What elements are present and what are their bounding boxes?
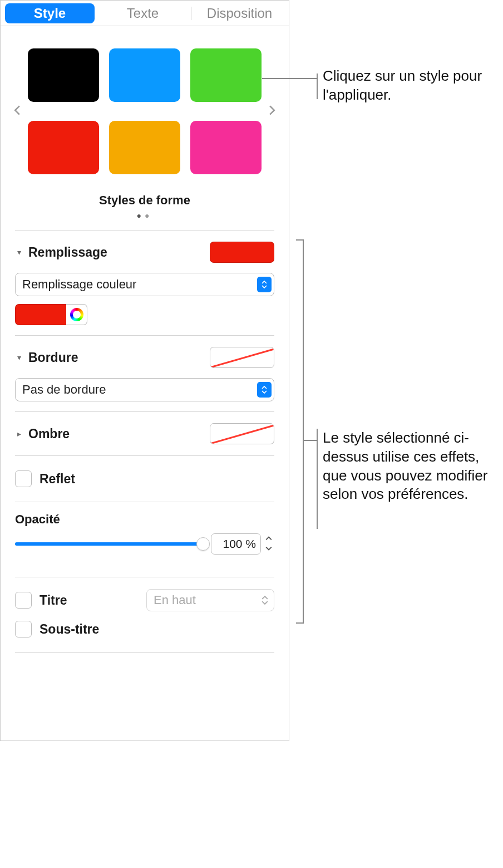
page-indicator: ●● <box>11 211 279 220</box>
tab-text[interactable]: Texte <box>98 3 188 23</box>
fill-color-swatch[interactable] <box>15 304 66 325</box>
fill-type-value: Remplissage couleur <box>22 277 136 292</box>
divider <box>15 455 274 456</box>
popup-arrows-icon <box>262 595 272 605</box>
opacity-field[interactable]: 100 % <box>211 533 261 555</box>
shape-style-swatch[interactable] <box>109 48 180 102</box>
tab-divider <box>191 7 191 20</box>
callout-leader-line <box>262 78 318 79</box>
callout-text: Le style sélectionné ci-dessus utilise c… <box>323 429 495 504</box>
shadow-label: Ombre <box>28 426 70 442</box>
shape-style-swatch[interactable] <box>190 121 262 174</box>
border-type-value: Pas de bordure <box>22 382 106 397</box>
shape-style-swatch[interactable] <box>190 48 262 102</box>
chevron-down-icon: ▾ <box>15 353 23 362</box>
title-checkbox[interactable] <box>15 592 32 609</box>
divider <box>15 335 274 336</box>
opacity-slider[interactable] <box>15 538 203 550</box>
border-disclosure[interactable]: ▾ Bordure <box>15 350 78 365</box>
opacity-step-up[interactable] <box>263 533 274 543</box>
fill-disclosure[interactable]: ▾ Remplissage <box>15 245 107 260</box>
callout-tick <box>317 429 318 529</box>
popup-arrows-icon <box>257 382 272 398</box>
divider <box>15 411 274 412</box>
shape-style-swatch[interactable] <box>28 121 99 174</box>
callout-tick <box>296 622 304 624</box>
chevron-down-icon: ▾ <box>15 248 23 257</box>
tab-style[interactable]: Style <box>5 3 95 23</box>
callout-tick <box>317 73 318 99</box>
callout-text: Cliquez sur un style pour l'appliquer. <box>323 67 490 105</box>
opacity-label: Opacité <box>15 512 274 527</box>
chevron-right-icon: ▸ <box>15 429 23 438</box>
border-label: Bordure <box>28 350 78 365</box>
divider <box>15 652 274 653</box>
callout-bracket <box>303 239 304 624</box>
shape-style-swatch[interactable] <box>109 121 180 174</box>
opacity-step-down[interactable] <box>263 543 274 553</box>
shape-style-grid <box>28 48 262 174</box>
shadow-disclosure[interactable]: ▸ Ombre <box>15 426 70 442</box>
divider <box>15 230 274 231</box>
popup-arrows-icon <box>257 277 272 292</box>
slider-thumb[interactable] <box>196 537 210 551</box>
reflection-checkbox[interactable] <box>15 470 32 487</box>
styles-next-arrow[interactable] <box>267 105 277 118</box>
border-none-well[interactable] <box>210 347 274 368</box>
shape-styles-title: Styles de forme <box>11 193 279 208</box>
color-wheel-icon <box>70 308 83 321</box>
fill-label: Remplissage <box>28 245 107 260</box>
divider <box>15 502 274 502</box>
subtitle-label: Sous-titre <box>40 622 99 637</box>
divider <box>15 577 274 577</box>
inspector-tabs: Style Texte Disposition <box>1 1 289 26</box>
fill-color-well[interactable] <box>210 242 274 263</box>
styles-prev-arrow[interactable] <box>12 105 22 118</box>
title-label: Titre <box>40 593 67 608</box>
subtitle-checkbox[interactable] <box>15 621 32 637</box>
reflection-label: Reflet <box>40 472 75 487</box>
border-type-popup[interactable]: Pas de bordure <box>15 378 274 401</box>
tab-layout[interactable]: Disposition <box>195 3 284 23</box>
shape-style-swatch[interactable] <box>28 48 99 102</box>
fill-type-popup[interactable]: Remplissage couleur <box>15 273 274 296</box>
callout-tick <box>296 239 304 241</box>
title-position-value: En haut <box>154 593 196 607</box>
title-position-popup[interactable]: En haut <box>146 589 274 611</box>
shadow-none-well[interactable] <box>210 423 274 444</box>
color-wheel-button[interactable] <box>66 304 87 325</box>
callout-leader-line <box>304 440 318 441</box>
